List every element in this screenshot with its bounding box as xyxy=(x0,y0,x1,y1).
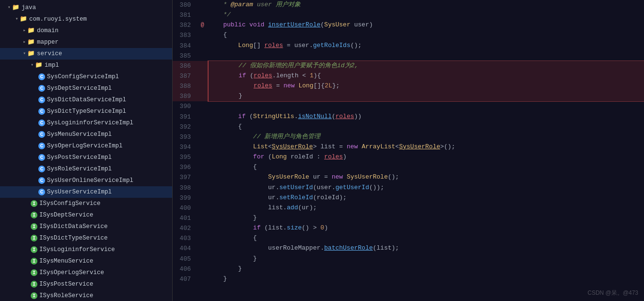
line-gutter xyxy=(197,122,208,132)
line-number: 391 xyxy=(173,112,197,122)
tree-label: SysDictTypeServiceImpl xyxy=(47,107,126,116)
folder-icon: 📁 xyxy=(27,26,35,36)
line-gutter xyxy=(197,71,208,81)
line-gutter xyxy=(197,203,208,213)
tree-item-ISysDictDataService[interactable]: I ISysDictDataService xyxy=(0,221,172,232)
tree-label: ISysDictTypeService xyxy=(39,233,108,243)
code-line-397: 397 SysUserRole ur = new SysUserRole(); xyxy=(173,172,644,182)
line-gutter xyxy=(197,112,208,122)
tree-item-ISysLogininforService[interactable]: I ISysLogininforService xyxy=(0,244,172,255)
line-code: { xyxy=(208,122,644,132)
tree-item-mapper[interactable]: ▸ 📁 mapper xyxy=(0,36,172,48)
tree-item-ISysOperLogService[interactable]: I ISysOperLogService xyxy=(0,267,172,278)
line-gutter xyxy=(197,264,208,274)
tree-item-ISysDeptService[interactable]: I ISysDeptService xyxy=(0,209,172,221)
tree-item-ISysMenuService[interactable]: I ISysMenuService xyxy=(0,255,172,267)
interface-icon: I xyxy=(31,212,37,218)
line-code: roles = new Long[]{2L}; xyxy=(208,81,644,91)
class-icon: C xyxy=(38,166,45,172)
tree-item-ISysConfigService[interactable]: I ISysConfigService xyxy=(0,198,172,209)
folder-icon: 📁 xyxy=(27,37,35,47)
tree-item-SysDictTypeServiceImpl[interactable]: C SysDictTypeServiceImpl xyxy=(0,106,172,117)
tree-item-SysRoleServiceImpl[interactable]: C SysRoleServiceImpl xyxy=(0,163,172,175)
tree-item-impl[interactable]: ▾ 📁 impl xyxy=(0,60,172,71)
tree-label: SysDictDataServiceImpl xyxy=(47,95,126,105)
tree-item-SysMenuServiceImpl[interactable]: C SysMenuServiceImpl xyxy=(0,129,172,140)
line-number: 388 xyxy=(173,81,197,91)
line-code: } xyxy=(208,91,644,101)
code-line-400: 400 list.add(ur); xyxy=(173,203,644,213)
code-line-391: 391 if (StringUtils.isNotNull(roles)) xyxy=(173,112,644,122)
code-editor[interactable]: 380 * @param user 用户对象 381 */ 382 @ publ… xyxy=(173,0,644,301)
line-number: 401 xyxy=(173,213,197,223)
line-code: Long[] roles = user.getRoleIds(); xyxy=(208,41,644,51)
line-code: List<SysUserRole> list = new ArrayList<S… xyxy=(208,142,644,152)
class-icon: C xyxy=(38,189,45,195)
code-line-392: 392 { xyxy=(173,122,644,132)
interface-icon: I xyxy=(31,235,37,241)
line-code: { xyxy=(208,162,644,172)
tree-item-SysDictDataServiceImpl[interactable]: C SysDictDataServiceImpl xyxy=(0,94,172,106)
tree-item-SysLogininforServiceImpl[interactable]: C SysLogininforServiceImpl xyxy=(0,117,172,129)
tree-item-SysUserOnlineServiceImpl[interactable]: C SysUserOnlineServiceImpl xyxy=(0,175,172,186)
code-line-407: 407 } xyxy=(173,274,644,284)
line-number: 384 xyxy=(173,41,197,51)
arrow-icon: ▾ xyxy=(23,50,26,58)
line-number: 381 xyxy=(173,10,197,20)
tree-item-domain[interactable]: ▸ 📁 domain xyxy=(0,25,172,36)
line-gutter xyxy=(197,193,208,203)
line-number: 398 xyxy=(173,183,197,193)
code-line-385: 385 xyxy=(173,51,644,61)
folder-icon: 📁 xyxy=(35,60,43,70)
file-tree[interactable]: ▾ 📁 java ▾ 📁 com.ruoyi.system ▸ 📁 domain… xyxy=(0,0,173,301)
arrow-icon: ▾ xyxy=(15,15,18,23)
interface-icon: I xyxy=(31,269,37,276)
line-gutter xyxy=(197,274,208,284)
code-line-380: 380 * @param user 用户对象 xyxy=(173,0,644,10)
tree-item-com-ruoyi[interactable]: ▾ 📁 com.ruoyi.system xyxy=(0,13,172,25)
class-icon: C xyxy=(38,154,45,161)
line-gutter xyxy=(197,81,208,91)
tree-item-ISysPostService[interactable]: I ISysPostService xyxy=(0,278,172,290)
line-gutter xyxy=(197,254,208,264)
interface-icon: I xyxy=(31,281,37,288)
line-gutter xyxy=(197,101,208,111)
code-line-383: 383 { xyxy=(173,30,644,40)
tree-item-SysOperLogServiceImpl[interactable]: C SysOperLogServiceImpl xyxy=(0,140,172,152)
line-number: 403 xyxy=(173,233,197,243)
interface-icon: I xyxy=(31,223,37,230)
tree-item-service[interactable]: ▾ 📁 service xyxy=(0,48,172,60)
code-line-388: 388 roles = new Long[]{2L}; xyxy=(173,81,644,91)
line-code: if (StringUtils.isNotNull(roles)) xyxy=(208,112,644,122)
tree-label: ISysRoleService xyxy=(39,291,94,301)
tree-item-SysUserServiceImpl[interactable]: C SysUserServiceImpl xyxy=(0,186,172,198)
line-gutter xyxy=(197,233,208,243)
tree-label: SysConfigServiceImpl xyxy=(47,72,119,82)
class-icon: C xyxy=(38,131,45,138)
line-gutter xyxy=(197,172,208,182)
tree-item-ISysRoleService[interactable]: I ISysRoleService xyxy=(0,290,172,301)
tree-item-ISysDictTypeService[interactable]: I ISysDictTypeService xyxy=(0,232,172,244)
line-code: if (list.size() > 0) xyxy=(208,223,644,233)
tree-label: ISysMenuService xyxy=(39,256,94,266)
line-number: 390 xyxy=(173,101,197,111)
code-line-405: 405 } xyxy=(173,254,644,264)
tree-item-SysConfigServiceImpl[interactable]: C SysConfigServiceImpl xyxy=(0,71,172,83)
tree-label: java xyxy=(22,3,36,12)
line-gutter xyxy=(197,41,208,51)
line-code: userRoleMapper.batchUserRole(list); xyxy=(208,243,644,253)
class-icon: C xyxy=(38,177,45,184)
code-line-386: 386 // 假如你新增的用户要赋予的角色id为2, xyxy=(173,61,644,71)
line-code: * @param user 用户对象 xyxy=(208,0,644,10)
line-number: 394 xyxy=(173,142,197,152)
tree-item-SysDeptServiceImpl[interactable]: C SysDeptServiceImpl xyxy=(0,83,172,94)
tree-label: mapper xyxy=(37,37,59,47)
code-line-393: 393 // 新增用户与角色管理 xyxy=(173,132,644,142)
code-line-381: 381 */ xyxy=(173,10,644,20)
line-gutter xyxy=(197,183,208,193)
line-number: 406 xyxy=(173,264,197,274)
class-icon: C xyxy=(38,143,45,149)
tree-item-SysPostServiceImpl[interactable]: C SysPostServiceImpl xyxy=(0,152,172,163)
line-number: 389 xyxy=(173,91,197,101)
tree-item-java[interactable]: ▾ 📁 java xyxy=(0,2,172,13)
